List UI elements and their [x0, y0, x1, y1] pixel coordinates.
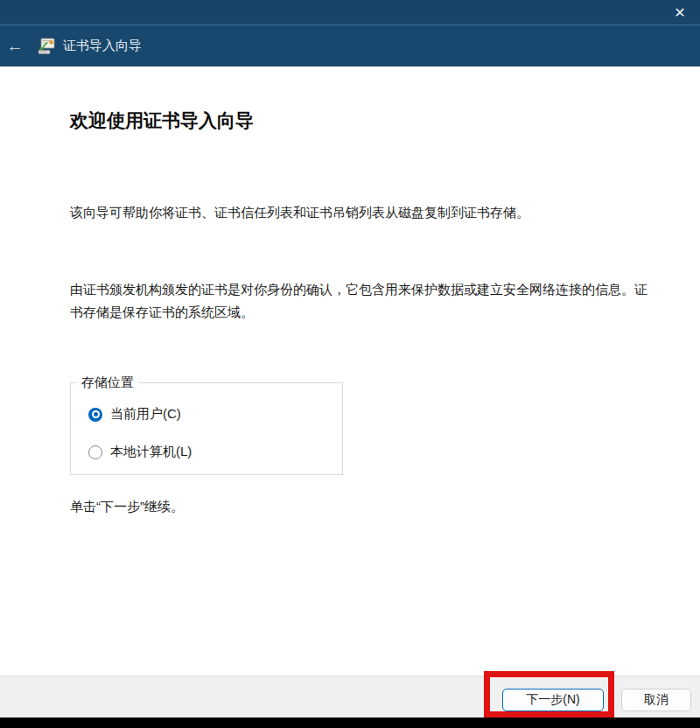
wizard-body: [0, 66, 700, 676]
header-bar: ← 证书导入向导: [0, 24, 700, 66]
radio-selected-icon[interactable]: [88, 408, 102, 422]
certificate-import-icon: [37, 37, 56, 56]
footer-bar: 下一步(N) 取消: [0, 676, 700, 718]
close-icon[interactable]: ✕: [660, 0, 700, 24]
store-location-groupbox: 存储位置 当前用户(C) 本地计算机(L): [70, 382, 343, 475]
window-title: 证书导入向导: [63, 38, 142, 54]
radio-current-user-label: 当前用户(C): [110, 406, 181, 423]
description-text: 由证书颁发机构颁发的证书是对你身份的确认，它包含用来保护数据或建立安全网络连接的…: [70, 278, 648, 324]
radio-local-machine-label: 本地计算机(L): [110, 444, 192, 460]
radio-local-machine[interactable]: 本地计算机(L): [88, 444, 192, 460]
store-location-label: 存储位置: [77, 374, 138, 391]
title-bar: ✕: [0, 0, 700, 24]
next-button[interactable]: 下一步(N): [502, 689, 604, 711]
radio-unselected-icon[interactable]: [88, 445, 102, 459]
cancel-button[interactable]: 取消: [621, 689, 691, 711]
continue-hint-text: 单击“下一步”继续。: [70, 499, 184, 515]
bottom-black-bar: [0, 718, 700, 728]
page-title: 欢迎使用证书导入向导: [70, 108, 254, 133]
certificate-import-wizard-window: ✕ ← 证书导入向导 欢迎使用证书导入向导 该向导可帮助你将证书、证书信任列表和…: [0, 0, 700, 728]
intro-text: 该向导可帮助你将证书、证书信任列表和证书吊销列表从磁盘复制到证书存储。: [70, 201, 656, 224]
back-arrow-icon[interactable]: ←: [0, 37, 30, 56]
radio-current-user[interactable]: 当前用户(C): [88, 406, 181, 423]
